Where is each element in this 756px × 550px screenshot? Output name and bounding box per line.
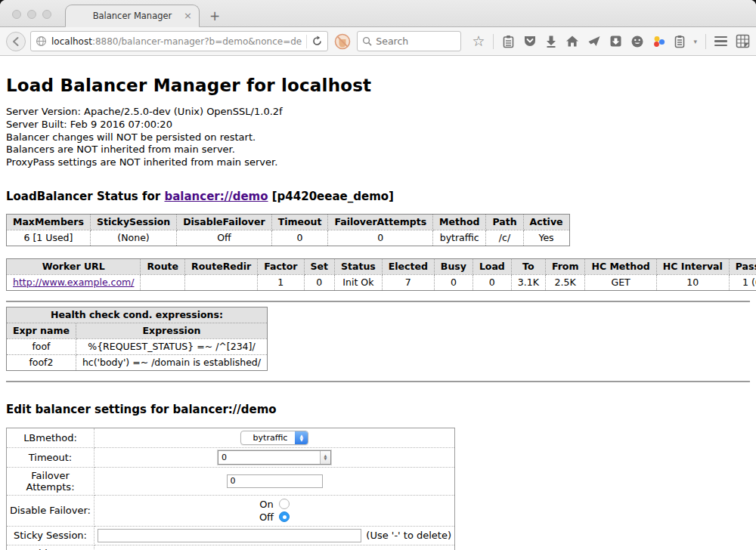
col-expr-name: Expr name: [7, 323, 76, 338]
col-load: Load: [472, 258, 511, 274]
pocket-icon[interactable]: [523, 35, 537, 48]
close-window-button[interactable]: [12, 10, 21, 19]
reload-icon[interactable]: [311, 36, 323, 47]
sticky-delete-note: (Use '-' to delete): [366, 530, 451, 541]
failover-off-radio[interactable]: [279, 511, 290, 522]
page-content: Load Balancer Manager for localhost Serv…: [0, 56, 756, 550]
menu-icon[interactable]: [714, 36, 727, 47]
balancer-summary-table: MaxMembers StickySession DisableFailover…: [6, 214, 570, 246]
bookmark-star-icon[interactable]: ☆: [472, 34, 485, 48]
list-addon-icon[interactable]: [674, 35, 685, 48]
worker-url-link[interactable]: http://www.example.com/: [13, 277, 134, 288]
health-table-title: Health check cond. expressions:: [7, 307, 268, 323]
overflow-caret-icon[interactable]: ▾: [693, 38, 697, 45]
search-input[interactable]: [376, 36, 451, 47]
new-tab-button[interactable]: +: [206, 8, 224, 23]
tab-close-icon[interactable]: ×: [184, 10, 192, 21]
zoom-window-button[interactable]: [42, 10, 51, 19]
toolbar-divider: [705, 34, 706, 49]
globe-icon[interactable]: [36, 36, 47, 47]
failover-label: Failover Attempts:: [7, 467, 94, 495]
form-row-lbmethod: LBmethod: bytraffic ▲▼: [7, 428, 455, 447]
search-bar[interactable]: [357, 31, 461, 51]
cell-busy: 0: [434, 274, 472, 290]
col-expression: Expression: [76, 323, 267, 338]
col-factor: Factor: [258, 258, 304, 274]
cell-route: [141, 274, 185, 290]
minimize-window-button[interactable]: [27, 10, 36, 19]
timeout-field-wrap: ▲▼: [218, 450, 331, 465]
failover-on-radio[interactable]: [279, 499, 290, 509]
col-passes: Passes: [729, 258, 756, 274]
cell-stickysession: (None): [90, 230, 176, 246]
sticky-label: Sticky Session:: [7, 526, 94, 545]
reading-list-icon[interactable]: [502, 35, 515, 48]
radio-on-label: On: [259, 499, 273, 510]
section-divider: [6, 381, 750, 382]
cell-failoverattempts: 0: [328, 230, 433, 246]
section-divider: [6, 301, 750, 302]
radio-off-label: Off: [259, 511, 274, 523]
addon-colored-dots-icon[interactable]: [652, 35, 666, 48]
home-icon[interactable]: [565, 35, 579, 48]
balancer-demo-link[interactable]: balancer://demo: [164, 190, 268, 203]
cell-passes: 1 (0): [729, 274, 756, 290]
table-header-row: MaxMembers StickySession DisableFailover…: [7, 214, 570, 230]
downloads-icon[interactable]: [545, 35, 557, 48]
feedback-smiley-icon[interactable]: [631, 35, 644, 48]
col-maxmembers: MaxMembers: [7, 214, 91, 230]
form-row-add-worker: Add New Worker: Are you sure?: [7, 545, 455, 550]
col-worker-url: Worker URL: [7, 258, 141, 274]
col-failoverattempts: FailoverAttempts: [328, 214, 433, 230]
col-path: Path: [486, 214, 523, 230]
cell-expression: hc('body') =~ /domain is established/: [76, 354, 267, 370]
url-bar[interactable]: localhost :8880/balancer-manager?b=demo&…: [30, 31, 328, 51]
loadbalancer-status-heading: LoadBalancer Status for balancer://demo …: [6, 190, 750, 203]
cell-hc-method: GET: [585, 274, 656, 290]
sticky-session-input[interactable]: [98, 529, 361, 542]
grid-addon-icon[interactable]: [736, 34, 750, 48]
back-button[interactable]: [6, 32, 26, 51]
col-timeout: Timeout: [271, 214, 328, 230]
cell-active: Yes: [523, 230, 569, 246]
edit-settings-heading: Edit balancer settings for balancer://de…: [6, 403, 750, 416]
cell-expr-name: foof2: [7, 354, 76, 370]
add-worker-label: Add New Worker:: [7, 545, 94, 550]
timeout-input[interactable]: [218, 451, 320, 464]
select-stepper-icon: ▲▼: [295, 431, 308, 444]
tab-title: Balancer Manager: [93, 11, 172, 21]
number-spinner-icon[interactable]: ▲▼: [320, 451, 330, 464]
lbmethod-select[interactable]: bytraffic ▲▼: [240, 431, 309, 445]
failover-attempts-input[interactable]: [227, 474, 323, 488]
table-title-row: Health check cond. expressions:: [7, 307, 268, 323]
send-icon[interactable]: [587, 35, 601, 48]
col-elected: Elected: [382, 258, 434, 274]
table-row: 6 [1 Used] (None) Off 0 0 bytraffic /c/ …: [7, 230, 570, 246]
lbmethod-label: LBmethod:: [7, 428, 94, 447]
url-path: :8880/balancer-manager?b=demo&nonce=decc…: [92, 36, 302, 47]
table-row: foof2 hc('body') =~ /domain is establish…: [7, 354, 268, 370]
lbmethod-selected-value: bytraffic: [241, 433, 296, 443]
col-set: Set: [304, 258, 334, 274]
col-to: To: [511, 258, 545, 274]
col-stickysession: StickySession: [90, 214, 176, 230]
window-controls: [12, 10, 51, 19]
server-built-line: Server Built: Feb 9 2016 07:00:20: [6, 119, 750, 131]
table-row: foof %{REQUEST_STATUS} =~ /^[234]/: [7, 338, 268, 354]
cell-disablefailover: Off: [177, 230, 271, 246]
col-disablefailover: DisableFailover: [177, 214, 271, 230]
col-method: Method: [433, 214, 486, 230]
adblock-disabled-icon[interactable]: [334, 33, 351, 50]
table-row: http://www.example.com/ 1 0 Init Ok 7 0 …: [7, 274, 756, 290]
save-to-device-icon[interactable]: [609, 35, 622, 48]
cell-from: 2.5K: [545, 274, 585, 290]
navigation-toolbar: localhost :8880/balancer-manager?b=demo&…: [0, 27, 756, 56]
tab-balancer-manager[interactable]: Balancer Manager ×: [65, 5, 200, 27]
search-icon[interactable]: [362, 36, 372, 46]
form-row-sticky: Sticky Session: (Use '-' to delete): [7, 526, 455, 545]
col-hc-method: HC Method: [585, 258, 656, 274]
toolbar-divider: [493, 34, 494, 49]
back-arrow-icon: [11, 36, 21, 47]
cell-expr-name: foof: [7, 338, 76, 354]
form-row-timeout: Timeout: ▲▼: [7, 447, 455, 467]
